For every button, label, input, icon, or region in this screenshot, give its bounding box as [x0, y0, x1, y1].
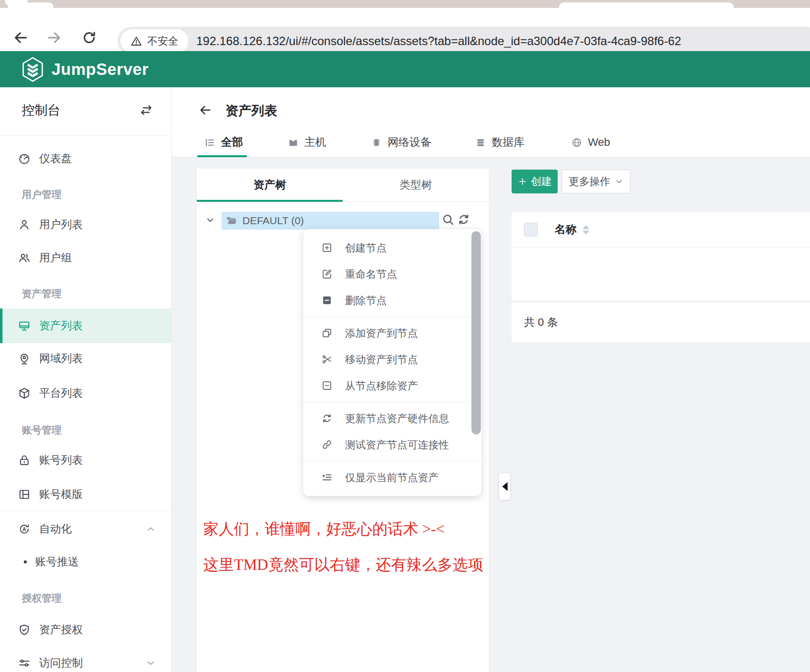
sidebar-item-account-template[interactable]: 账号模版 — [0, 481, 171, 508]
url-text[interactable]: 192.168.126.132/ui/#/console/assets/asse… — [196, 34, 681, 48]
brand[interactable]: JumpServer — [21, 57, 149, 82]
chevron-down-icon[interactable] — [145, 658, 156, 669]
reload-icon[interactable] — [81, 30, 97, 46]
menu-item-label: 仅显示当前节点资产 — [345, 471, 439, 485]
browser-tab-fragment[interactable] — [8, 2, 54, 8]
menu-item-label: 创建节点 — [345, 241, 387, 255]
sidebar-item-user-list[interactable]: 用户列表 — [0, 211, 171, 239]
brand-name: JumpServer — [52, 60, 149, 79]
filter-list-icon — [321, 472, 333, 483]
svg-text:A: A — [22, 527, 26, 532]
panel-collapse-handle[interactable] — [499, 473, 511, 500]
forward-icon[interactable] — [46, 30, 62, 46]
sidebar-item-asset-perms[interactable]: 资产授权 — [0, 616, 171, 644]
sidebar-item-asset-list[interactable]: 资产列表 — [0, 308, 171, 343]
menu-item-add-assets-to-node[interactable]: 添加资产到节点 — [303, 320, 481, 346]
sidebar-item-label: 资产授权 — [39, 622, 83, 637]
total-count: 共 0 条 — [524, 315, 558, 330]
security-badge[interactable]: 不安全 — [120, 29, 188, 53]
menu-item-test-connectivity[interactable]: 测试资产节点可连接性 — [303, 431, 481, 458]
tab-label: 网络设备 — [388, 135, 431, 150]
tab-label: 主机 — [304, 135, 326, 150]
user-group-icon — [18, 251, 31, 264]
sidebar-item-account-push[interactable]: 账号推送 — [0, 548, 171, 576]
sidebar-item-access-control[interactable]: 访问控制 — [0, 649, 171, 672]
automation-icon: A — [18, 523, 31, 536]
link-icon — [321, 439, 333, 450]
refresh-icon[interactable] — [457, 213, 470, 226]
tab-asset-tree[interactable]: 资产树 — [197, 169, 343, 201]
sidebar-item-user-group[interactable]: 用户组 — [0, 244, 171, 272]
sidebar-section-assets: 资产管理 — [22, 287, 61, 301]
sidebar-item-account-list[interactable]: 账号列表 — [0, 446, 171, 474]
menu-item-delete-node[interactable]: 删除节点 — [303, 287, 481, 313]
tab-network-device[interactable]: 网络设备 — [371, 134, 431, 151]
chevron-up-icon[interactable] — [145, 524, 156, 535]
search-icon[interactable] — [442, 213, 455, 226]
tab-type-tree[interactable]: 类型树 — [343, 169, 489, 201]
collapse-left-icon — [502, 482, 508, 491]
jumpserver-logo-icon — [21, 57, 45, 82]
asset-table: 名称 — [512, 212, 810, 301]
annotation-line-1: 家人们，谁懂啊，好恶心的话术 >-< — [203, 519, 445, 540]
menu-item-move-assets-to-node[interactable]: 移动资产到节点 — [303, 346, 481, 372]
select-all-checkbox[interactable] — [524, 223, 538, 237]
annotation-line-2: 这里TMD竟然可以右键，还有辣么多选项 — [203, 554, 483, 575]
scissors-icon — [321, 354, 333, 365]
asset-list-icon — [18, 319, 31, 332]
sidebar-item-platform-list[interactable]: 平台列表 — [0, 379, 171, 407]
sidebar-divider — [0, 511, 171, 511]
scrollbar-thumb[interactable] — [471, 231, 481, 434]
domain-icon — [18, 352, 31, 365]
menu-item-label: 移动资产到节点 — [345, 353, 418, 367]
menu-item-label: 删除节点 — [345, 294, 387, 307]
device-icon — [371, 137, 382, 148]
bullet-icon — [24, 560, 27, 563]
sidebar-item-automation[interactable]: A 自动化 — [0, 515, 171, 543]
menu-item-label: 测试资产节点可连接性 — [345, 438, 449, 452]
tab-database[interactable]: 数据库 — [475, 134, 524, 151]
user-icon — [18, 218, 31, 231]
folder-open-icon — [226, 215, 237, 227]
menu-item-rename-node[interactable]: 重命名节点 — [303, 261, 481, 287]
sidebar-item-label: 自动化 — [39, 522, 72, 537]
menu-item-update-hardware-info[interactable]: 更新节点资产硬件信息 — [303, 405, 481, 431]
template-icon — [18, 488, 31, 501]
more-actions-button[interactable]: 更多操作 — [562, 170, 631, 193]
menu-item-show-current-node-assets[interactable]: 仅显示当前节点资产 — [303, 464, 481, 490]
tab-host[interactable]: 主机 — [288, 134, 326, 151]
menu-item-label: 添加资产到节点 — [345, 326, 418, 340]
app-header: JumpServer — [0, 51, 810, 87]
menu-item-label: 更新节点资产硬件信息 — [345, 412, 449, 426]
globe-icon — [571, 137, 582, 148]
browser-tab-strip — [0, 0, 810, 8]
create-button[interactable]: 创建 — [512, 170, 558, 193]
tree-chevron-down-icon[interactable] — [205, 215, 215, 225]
tab-all[interactable]: 全部 — [204, 134, 243, 151]
back-icon-page[interactable] — [198, 103, 212, 117]
table-header-row: 名称 — [512, 212, 810, 247]
tree-node-label: DEFAULT (0) — [242, 215, 304, 227]
access-control-icon — [18, 657, 31, 670]
sidebar-header: 控制台 — [0, 96, 171, 124]
platform-icon — [18, 387, 31, 400]
copy-icon — [321, 327, 333, 339]
tab-web[interactable]: Web — [571, 134, 610, 151]
tree-node-default[interactable]: DEFAULT (0) — [222, 212, 439, 230]
menu-item-remove-assets-from-node[interactable]: 从节点移除资产 — [303, 372, 481, 399]
back-icon[interactable] — [13, 30, 29, 46]
sidebar-item-dashboard[interactable]: 仪表盘 — [0, 145, 171, 173]
sidebar-item-label: 账号推送 — [35, 554, 79, 569]
browser-tab-fragment[interactable] — [559, 2, 734, 8]
menu-item-create-node[interactable]: 创建节点 — [303, 235, 481, 261]
menu-divider — [303, 402, 481, 402]
database-icon — [475, 137, 486, 148]
swap-panel-icon[interactable] — [139, 103, 153, 117]
sidebar-section-accounts: 账号管理 — [22, 424, 61, 437]
sidebar-item-domain-list[interactable]: 网域列表 — [0, 345, 171, 372]
column-name: 名称 — [555, 222, 577, 237]
sidebar-item-label: 用户组 — [39, 250, 72, 265]
sort-icon[interactable] — [582, 225, 589, 235]
host-icon — [288, 137, 299, 148]
dashboard-icon — [18, 152, 31, 165]
